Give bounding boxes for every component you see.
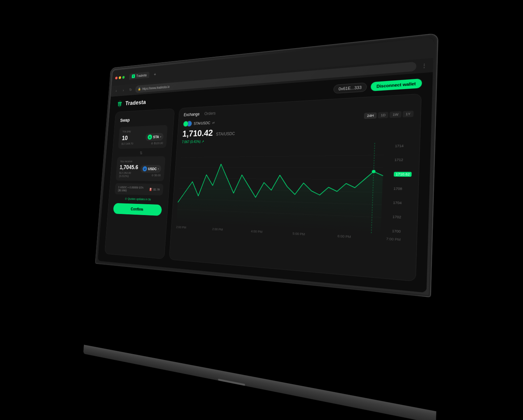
laptop-lid: T Tradesta + ‹ › ↻ 🔒 https://www.tradest…	[95, 34, 437, 296]
traffic-lights	[115, 76, 125, 79]
browser-more-btn[interactable]: ⋮	[419, 62, 429, 70]
y-label-tooltip: 1710.62	[394, 172, 412, 177]
screen-bezel: T Tradesta + ‹ › ↻ 🔒 https://www.tradest…	[98, 37, 434, 293]
from-token-chevron: ▾	[160, 135, 161, 138]
quotes-update-text: ⊙ Quotes updates in 3s	[114, 197, 163, 201]
logo-area: Tradesta	[116, 98, 146, 108]
tab-orders[interactable]: Orders	[204, 111, 216, 116]
pair-name: STA/USDC	[193, 121, 210, 126]
x-label-2: 2:00 PM	[212, 227, 223, 231]
price-pair-label: STA/USDC	[216, 131, 235, 136]
tab-title: Tradesta	[136, 73, 147, 77]
svg-line-8	[371, 143, 374, 234]
main-layout: Swap You pay 10 $17,049.70	[98, 93, 432, 289]
url-text: https://www.tradesta.io	[142, 85, 170, 91]
you-receive-label: You receive	[120, 159, 161, 163]
to-token-chevron: ▾	[157, 167, 159, 170]
you-pay-amount[interactable]: 10	[122, 134, 134, 142]
new-tab-btn[interactable]: +	[152, 71, 158, 77]
you-receive-max: ⊘ $0.00	[140, 173, 161, 177]
exchange-panel: Exchange Orders	[169, 93, 421, 281]
y-label-1712: 1712	[394, 158, 412, 162]
forward-btn[interactable]: ›	[121, 87, 126, 94]
pair-icons	[183, 121, 192, 127]
to-token-selector[interactable]: U USDC ▾	[140, 165, 161, 173]
you-receive-usd: $17,050.60 (0.012%)	[119, 171, 140, 178]
svg-point-7	[372, 170, 376, 173]
exchange-rate-text: 1 USDC = 0.00059 STA ($0.999)	[118, 186, 149, 193]
gas-info: ⛽ $2.78	[149, 188, 160, 192]
ssl-lock-icon: 🔒	[138, 87, 141, 91]
confirm-swap-button[interactable]: Confirm	[113, 203, 162, 216]
swap-title: Swap	[120, 116, 168, 123]
swap-divider-icon: ⇅	[117, 150, 166, 155]
close-window-btn[interactable]	[115, 76, 118, 79]
y-label-1714: 1714	[395, 144, 413, 148]
you-pay-max: ⊘ $123.00	[145, 142, 163, 145]
disconnect-wallet-button[interactable]: Disconnect wallet	[371, 79, 422, 91]
you-pay-section: You pay 10 $17,049.70 S	[118, 125, 168, 149]
laptop-scene: T Tradesta + ‹ › ↻ 🔒 https://www.tradest…	[89, 28, 493, 420]
pair-info: STA/USDC ⇌	[183, 119, 215, 127]
timeframe-buttons: 24H 1D 1W 1Y	[364, 110, 413, 119]
back-btn[interactable]: ‹	[113, 88, 119, 94]
tab-exchange[interactable]: Exchange	[184, 112, 199, 117]
logo-text: Tradesta	[125, 99, 146, 107]
chart-y-labels: 1714 1712 1710.62 1708 1704 1702 1700	[392, 142, 412, 235]
to-token-name: USDC	[148, 167, 157, 171]
from-token-selector[interactable]: S STA ▾	[145, 133, 164, 141]
chart-container: 1714 1712 1710.62 1708 1704 1702 1700	[176, 142, 413, 235]
price-chart	[176, 142, 413, 235]
gas-icon: ⛽	[149, 188, 152, 191]
x-label-3: 4:00 PM	[250, 230, 262, 234]
y-label-1700: 1700	[392, 229, 409, 234]
x-label-6: 7:00 PM	[386, 237, 400, 242]
browser-tab[interactable]: T Tradesta	[129, 72, 149, 80]
wallet-address-display[interactable]: 0x61E...333	[333, 83, 367, 94]
laptop-wrapper: T Tradesta + ‹ › ↻ 🔒 https://www.tradest…	[45, 33, 479, 387]
laptop-hinge	[218, 379, 245, 386]
pair-swap-icon[interactable]: ⇌	[212, 121, 214, 125]
svg-line-0	[181, 155, 383, 158]
y-label-1702: 1702	[392, 215, 410, 219]
minimize-window-btn[interactable]	[118, 76, 121, 79]
app-content: Tradesta 0x61E...333 Disconnect wallet	[98, 72, 433, 293]
you-receive-amount[interactable]: 1,7045.6	[119, 164, 141, 171]
logo-icon	[116, 99, 124, 108]
x-label-1: 2:00 PM	[176, 225, 186, 229]
svg-line-1	[180, 167, 383, 168]
timeframe-24h[interactable]: 24H	[364, 112, 376, 119]
svg-line-2	[179, 178, 382, 180]
maximize-window-btn[interactable]	[122, 76, 125, 79]
from-token-name: STA	[153, 135, 159, 139]
sta-token-icon: S	[147, 134, 152, 139]
x-label-4: 5:00 PM	[292, 232, 305, 236]
laptop-outer: T Tradesta + ‹ › ↻ 🔒 https://www.tradest…	[63, 47, 461, 373]
swap-card: Swap You pay 10 $17,049.70	[104, 108, 174, 259]
you-pay-label: You pay	[122, 128, 164, 133]
refresh-btn[interactable]: ↻	[127, 87, 133, 93]
timeframe-1w[interactable]: 1W	[389, 111, 401, 118]
gas-price: $2.78	[153, 188, 160, 191]
chart-x-labels: 2:00 PM 2:00 PM 4:00 PM 5:00 PM 6:00 PM …	[176, 225, 409, 242]
y-label-1708: 1708	[393, 186, 411, 191]
laptop-base	[83, 345, 436, 420]
svg-marker-6	[176, 163, 383, 234]
price-main: 1,710.42	[182, 128, 213, 139]
timeframe-1d[interactable]: 1D	[378, 112, 388, 118]
you-receive-section: You receive 1,7045.6 $17,050.60 (0.012%)	[115, 156, 165, 181]
tab-favicon: T	[131, 74, 135, 78]
timeframe-1y[interactable]: 1Y	[402, 110, 413, 117]
you-pay-usd: $17,049.70	[121, 142, 133, 145]
header-right: 0x61E...333 Disconnect wallet	[333, 79, 422, 94]
y-label-1704: 1704	[393, 201, 410, 205]
x-label-5: 6:00 PM	[337, 234, 351, 239]
usdc-token-icon: U	[142, 166, 147, 171]
exchange-rate-info: 1 USDC = 0.00059 STA ($0.999) ⛽ $2.78	[114, 183, 163, 196]
